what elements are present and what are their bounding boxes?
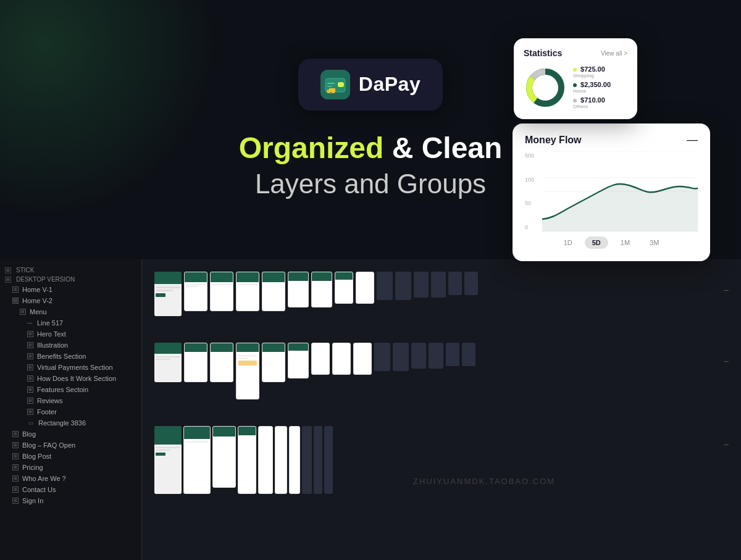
pricing-expand-icon: ⊞ [12, 464, 19, 470]
sidebar-item-who-are-we[interactable]: ⊞ Who Are We ? [0, 473, 141, 484]
thumb-item [302, 426, 312, 494]
sidebar: ⊞ STICK ⊞ DESKTOP VERSION ⊞ Home V-1 ⊟ H… [0, 259, 142, 560]
thumb-item [464, 272, 478, 295]
sidebar-item-hero-text[interactable]: ⊞ Hero Text [0, 328, 141, 340]
sidebar-item-blog[interactable]: ⊞ Blog [0, 428, 141, 440]
sidebar-item-contact-us[interactable]: ⊞ Contact Us [0, 484, 141, 495]
thumb-item [154, 343, 182, 382]
sidebar-item-illustration[interactable]: ⊞ Illustration [0, 340, 141, 351]
thumb-item [411, 343, 426, 369]
sidebar-item-rectangle3836[interactable]: ▭ Rectangle 3836 [0, 417, 141, 428]
sidebar-item-sign-in[interactable]: ⊞ Sign In [0, 495, 141, 506]
thumb-row-3 [154, 426, 333, 494]
thumb-item [311, 343, 330, 375]
thumb-item [462, 343, 475, 366]
sign-in-label: Sign In [22, 497, 43, 504]
reviews-label: Reviews [37, 397, 63, 404]
thumb-item [414, 272, 429, 298]
sidebar-item-features[interactable]: ⊞ Features Sectoin [0, 384, 141, 395]
sidebar-item-reviews[interactable]: ⊞ Reviews [0, 395, 141, 406]
legend-label-others: Others [573, 104, 611, 109]
thumb-item [431, 272, 446, 298]
svg-rect-4 [327, 86, 332, 87]
thumb-item [236, 343, 259, 399]
thumb-item [356, 272, 374, 304]
desktop-label: DESKTOP VERSION [16, 276, 75, 283]
thumb-item [288, 272, 309, 307]
home-v1-expand-icon: ⊞ [12, 286, 19, 293]
features-expand-icon: ⊞ [27, 387, 33, 393]
sign-in-expand-icon: ⊞ [12, 498, 19, 504]
time-tab-1d[interactable]: 1D [556, 236, 580, 249]
thumb-item [429, 343, 443, 369]
time-tab-1m[interactable]: 1M [613, 236, 637, 249]
sidebar-item-pricing[interactable]: ⊞ Pricing [0, 462, 141, 473]
bottom-section: ⊞ STICK ⊞ DESKTOP VERSION ⊞ Home V-1 ⊟ H… [0, 259, 741, 560]
y-label-500: 500 [525, 153, 534, 159]
sidebar-item-blog-faq[interactable]: ⊞ Blog – FAQ Open [0, 440, 141, 451]
virtual-payments-label: Virtual Payments Section [37, 364, 113, 371]
sidebar-item-how-does-it-work[interactable]: ⊞ How Does It Work Section [0, 373, 141, 384]
blog-post-label: Blog Post [22, 453, 51, 460]
thumb-item [353, 343, 372, 375]
legend-value-others: $710.00 [573, 96, 611, 104]
legend-dot-home [573, 83, 577, 87]
thumb-item [275, 426, 287, 494]
menu-label: Menu [30, 308, 47, 316]
thumb-item [262, 272, 285, 311]
sidebar-item-virtual-payments[interactable]: ⊞ Virtual Payments Section [0, 362, 141, 373]
blog-post-expand-icon: ⊞ [12, 453, 19, 459]
sidebar-item-menu[interactable]: ⊞ Menu [0, 306, 141, 317]
logo-icon: $ [320, 70, 350, 99]
row-indicator-1 [724, 290, 729, 291]
illustration-expand-icon: ⊞ [27, 342, 33, 348]
time-tab-3m[interactable]: 3M [642, 236, 666, 249]
sidebar-item-benefits[interactable]: ⊞ Benefits Section [0, 351, 141, 362]
thumb-item [314, 426, 322, 494]
stats-content: $725.00 Shopping $2,350.00 Home $710.00 … [524, 65, 627, 109]
legend-item-shopping: $725.00 Shopping [573, 65, 611, 78]
blog-faq-expand-icon: ⊞ [12, 442, 19, 448]
headline-normal: & Clean [383, 132, 502, 164]
y-label-50: 50 [525, 200, 534, 206]
stats-view-all[interactable]: View all > [601, 50, 627, 57]
thumb-item [184, 343, 207, 382]
thumb-item [288, 343, 309, 378]
y-label-100: 100 [525, 177, 534, 183]
reviews-expand-icon: ⊞ [27, 398, 33, 404]
headline-line1: Organized & Clean [239, 130, 503, 166]
time-tabs: 1D 5D 1M 3M [525, 236, 698, 249]
canvas-area[interactable]: ZHUIYUANMDK.TAOBAO.COM [142, 259, 741, 560]
sidebar-item-blog-post[interactable]: ⊞ Blog Post [0, 451, 141, 462]
y-label-0: 0 [525, 224, 534, 230]
time-tab-5d[interactable]: 5D [585, 236, 608, 249]
row-indicator-2 [724, 361, 729, 362]
home-v1-label: Home V-1 [22, 286, 52, 293]
line517-label: Line 517 [37, 319, 63, 327]
stick-label: STICK [16, 267, 34, 274]
thumb-item [395, 272, 411, 300]
who-are-we-expand-icon: ⊞ [12, 475, 19, 482]
sidebar-item-home-v2[interactable]: ⊟ Home V-2 [0, 295, 141, 306]
features-label: Features Sectoin [37, 386, 88, 393]
watermark: ZHUIYUANMDK.TAOBAO.COM [413, 477, 555, 486]
sidebar-item-line517[interactable]: Line 517 [0, 317, 141, 328]
desktop-expand-icon: ⊞ [5, 277, 11, 283]
legend-item-others: $710.00 Others [573, 96, 611, 109]
blog-label: Blog [22, 430, 36, 438]
sidebar-item-footer[interactable]: ⊞ Footer [0, 406, 141, 417]
money-flow-header: Money Flow — [525, 133, 698, 146]
thumb-row-1 [154, 272, 478, 316]
sidebar-item-home-v1[interactable]: ⊞ Home V-1 [0, 284, 141, 295]
legend-value-shopping: $725.00 [573, 65, 611, 73]
contact-us-expand-icon: ⊞ [12, 487, 19, 493]
donut-chart [524, 66, 567, 109]
illustration-label: Illustration [37, 341, 68, 349]
thumb-item [311, 272, 332, 307]
money-flow-title: Money Flow [525, 135, 582, 146]
virtual-payments-expand-icon: ⊞ [27, 364, 33, 370]
thumb-item [236, 272, 259, 311]
legend-value-home: $2,350.00 [573, 81, 611, 88]
thumb-item [335, 272, 353, 304]
thumb-item [448, 272, 462, 295]
